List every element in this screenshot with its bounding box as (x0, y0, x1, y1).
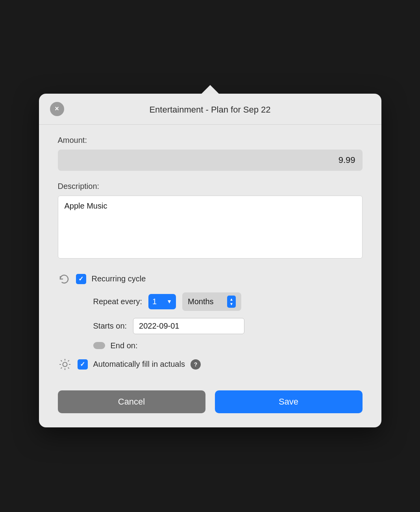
help-icon[interactable]: ? (191, 359, 201, 370)
end-on-row: End on: (58, 341, 363, 350)
description-textarea[interactable]: Apple Music (58, 196, 363, 259)
end-on-label: End on: (111, 341, 138, 350)
starts-date-input[interactable] (133, 318, 244, 334)
recurring-checkbox[interactable]: ✓ (76, 274, 86, 284)
period-value: Months (188, 297, 214, 306)
auto-fill-check-icon: ✓ (80, 360, 85, 368)
amount-input[interactable] (58, 150, 363, 171)
question-mark: ? (194, 361, 198, 368)
svg-point-0 (63, 362, 67, 366)
recurring-section: ✓ Recurring cycle Repeat every: 1 ▼ Mont… (58, 273, 363, 372)
check-icon: ✓ (78, 275, 83, 283)
repeat-row: Repeat every: 1 ▼ Months ▲ ▼ (58, 292, 363, 311)
description-label: Description: (58, 182, 363, 191)
cycle-icon (58, 273, 70, 285)
dialog-body: Amount: Description: Apple Music ✓ Recur… (39, 125, 381, 383)
period-stepper-icon: ▲ ▼ (227, 296, 236, 308)
gear-icon (58, 357, 72, 372)
period-arrow-down-icon: ▼ (229, 302, 233, 306)
dialog-wrapper: × Entertainment - Plan for Sep 22 Amount… (39, 85, 381, 427)
dropdown-arrow-icon: ▼ (167, 298, 172, 305)
starts-on-row: Starts on: (58, 318, 363, 334)
auto-fill-checkbox[interactable]: ✓ (78, 359, 88, 370)
recurring-label: Recurring cycle (92, 274, 146, 283)
period-select[interactable]: Months ▲ ▼ (182, 292, 241, 311)
close-button[interactable]: × (50, 102, 64, 116)
recurring-cycle-row: ✓ Recurring cycle (58, 273, 363, 285)
amount-label: Amount: (58, 136, 363, 145)
end-on-checkbox[interactable] (93, 342, 105, 349)
cancel-button[interactable]: Cancel (58, 390, 205, 413)
repeat-number-dropdown[interactable]: 1 ▼ (148, 294, 176, 309)
dialog-header: × Entertainment - Plan for Sep 22 (39, 94, 381, 125)
buttons-row: Cancel Save (39, 383, 381, 413)
repeat-number-value: 1 (152, 297, 157, 306)
dialog-title: Entertainment - Plan for Sep 22 (149, 105, 270, 115)
period-arrow-up-icon: ▲ (229, 297, 233, 301)
close-icon: × (55, 105, 59, 113)
dialog: × Entertainment - Plan for Sep 22 Amount… (39, 94, 381, 427)
repeat-label: Repeat every: (93, 297, 142, 306)
starts-label: Starts on: (93, 322, 127, 331)
dialog-arrow (202, 85, 219, 94)
auto-fill-label: Automatically fill in actuals (93, 360, 185, 369)
save-button[interactable]: Save (215, 390, 363, 413)
auto-fill-row: ✓ Automatically fill in actuals ? (58, 357, 363, 372)
